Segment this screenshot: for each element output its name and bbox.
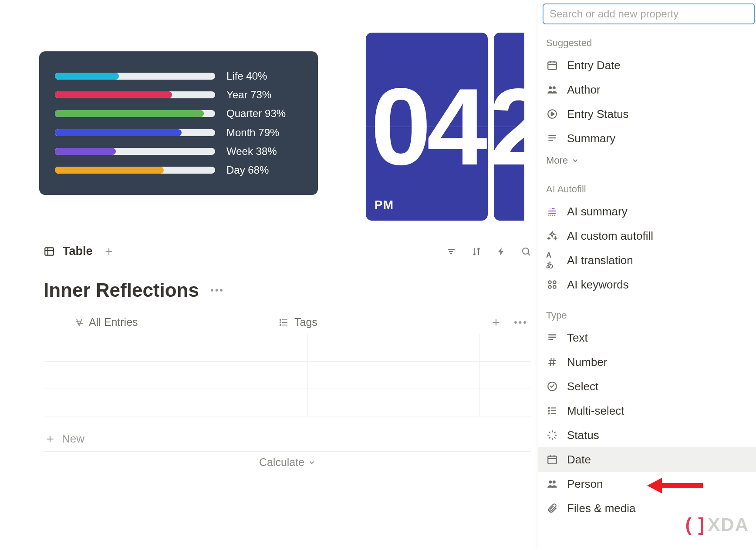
property-search-input[interactable]	[543, 3, 755, 24]
table-header: All Entries Tags •••	[44, 311, 531, 334]
svg-rect-20	[548, 62, 557, 69]
table-row[interactable]	[44, 362, 531, 389]
prop-type-multiselect[interactable]: Multi-select	[538, 399, 756, 423]
svg-point-63	[553, 480, 556, 483]
prop-ai-custom[interactable]: AI custom autofill	[538, 224, 756, 248]
sparkle-icon	[546, 230, 558, 242]
section-header: Inner Reflections •••	[44, 279, 224, 301]
column-more-icon[interactable]: •••	[514, 317, 528, 328]
clock-minute-tile: 2	[494, 33, 524, 221]
people-icon	[546, 478, 558, 490]
svg-line-57	[554, 432, 556, 433]
svg-line-56	[549, 437, 550, 439]
svg-point-25	[553, 86, 556, 89]
svg-line-42	[553, 358, 554, 366]
calculate-label: Calculate	[259, 456, 304, 469]
new-row-button[interactable]: New	[44, 426, 531, 452]
column-label: Tags	[294, 316, 317, 329]
progress-row-day: Day 68%	[55, 167, 302, 174]
people-icon	[546, 84, 558, 96]
list-icon	[279, 317, 289, 328]
prop-type-text[interactable]: Text	[538, 325, 756, 350]
prop-label: AI custom autofill	[567, 229, 653, 243]
clock-hour: 04	[371, 64, 483, 189]
svg-point-8	[523, 248, 529, 254]
prop-author[interactable]: Author	[538, 77, 756, 102]
add-view-button[interactable]	[104, 247, 114, 256]
prop-entry-status[interactable]: Entry Status	[538, 102, 756, 126]
sort-icon[interactable]	[471, 246, 482, 257]
prop-label: Entry Status	[567, 107, 629, 121]
prop-ai-translation[interactable]: Aあ AI translation	[538, 248, 756, 272]
automation-icon[interactable]	[496, 246, 506, 257]
status-icon	[546, 108, 558, 120]
clock-hour-tile: 04 PM	[366, 33, 488, 221]
main-canvas: Life 40% Year 73% Quarter 93% Month 79% …	[0, 0, 533, 550]
clock-minute-peek: 2	[494, 64, 524, 189]
translate-icon: Aあ	[546, 254, 558, 266]
watermark-text: XDA	[708, 514, 749, 535]
keywords-icon	[546, 278, 558, 291]
watermark-bracket-icon: ( ]	[685, 514, 705, 535]
table-row[interactable]	[44, 389, 531, 416]
view-actions	[446, 246, 531, 257]
progress-row-life: Life 40%	[55, 73, 302, 80]
calculate-button[interactable]: Calculate	[44, 456, 531, 469]
svg-line-53	[554, 437, 556, 439]
chevron-down-icon	[308, 459, 316, 466]
svg-point-32	[548, 281, 551, 284]
column-tags[interactable]: Tags	[279, 316, 451, 329]
svg-point-34	[548, 285, 551, 288]
table-row[interactable]	[44, 334, 531, 362]
progress-row-year: Year 73%	[55, 91, 302, 98]
prop-type-number[interactable]: Number	[538, 350, 756, 374]
progress-track	[55, 73, 215, 80]
section-title: Inner Reflections	[44, 279, 199, 301]
search-icon[interactable]	[521, 246, 531, 257]
ai-summary-icon	[546, 205, 558, 218]
prop-label: Files & media	[567, 502, 636, 515]
table-body	[44, 334, 531, 416]
column-entries[interactable]: All Entries	[44, 316, 279, 329]
chevron-down-icon	[571, 157, 579, 164]
prop-ai-keywords[interactable]: AI keywords	[538, 272, 756, 297]
prop-label: Person	[567, 477, 603, 491]
column-label: All Entries	[89, 316, 138, 329]
prop-label: Date	[567, 453, 591, 466]
progress-row-quarter: Quarter 93%	[55, 110, 302, 117]
suggested-more[interactable]: More	[538, 151, 756, 171]
prop-type-date[interactable]: Date	[538, 447, 756, 472]
hash-icon	[546, 356, 558, 368]
table-icon	[44, 246, 55, 257]
svg-line-52	[549, 432, 550, 433]
svg-point-49	[548, 413, 549, 414]
prop-ai-summary[interactable]: AI summary	[538, 199, 756, 224]
filter-icon[interactable]	[446, 246, 456, 257]
prop-label: Number	[567, 355, 607, 369]
group-label-type: Type	[538, 297, 756, 325]
prop-summary[interactable]: Summary	[538, 126, 756, 151]
svg-point-13	[280, 319, 281, 320]
svg-point-35	[553, 285, 556, 288]
svg-point-47	[548, 407, 549, 408]
prop-type-status[interactable]: Status	[538, 423, 756, 447]
svg-point-48	[548, 410, 549, 411]
text-icon	[74, 317, 84, 328]
svg-point-14	[280, 322, 281, 322]
svg-rect-58	[548, 456, 557, 463]
section-more-icon[interactable]: •••	[210, 285, 224, 296]
new-row-label: New	[62, 432, 84, 446]
multiselect-icon	[546, 405, 558, 417]
status-spinner-icon	[546, 429, 558, 441]
prop-type-person[interactable]: Person	[538, 472, 756, 496]
prop-type-select[interactable]: Select	[538, 374, 756, 399]
view-tab-table[interactable]: Table	[63, 245, 93, 258]
text-lines-icon	[546, 332, 558, 344]
view-tabs: Table	[44, 245, 531, 266]
more-label: More	[546, 155, 568, 166]
watermark: ( ] XDA	[685, 514, 749, 535]
prop-entry-date[interactable]: Entry Date	[538, 53, 756, 77]
prop-label: Summary	[567, 132, 615, 145]
add-column-button[interactable]	[491, 318, 501, 327]
prop-label: Entry Date	[567, 59, 621, 72]
